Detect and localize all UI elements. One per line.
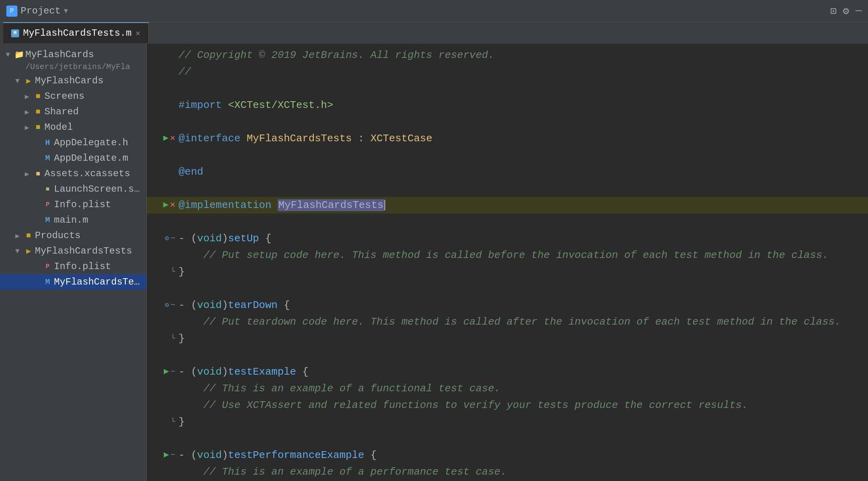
fold-teardown[interactable]: − xyxy=(171,297,175,314)
fold-end-testexample[interactable]: └ xyxy=(171,414,175,430)
code-line-testexample-c2: // Use XCTAssert and related functions t… xyxy=(147,397,868,414)
folder-icon: ■ xyxy=(32,123,44,132)
code-content-setup-comment: // Put setup code here. This method is c… xyxy=(179,247,860,264)
gutter-testexample: ▶ − xyxy=(147,364,179,380)
sidebar-item-shared[interactable]: ▶ ■ Shared xyxy=(0,104,146,119)
code-content-blank-7 xyxy=(179,347,860,364)
code-content-blank-6 xyxy=(179,280,860,297)
code-content-setup: - (void)setUp { xyxy=(179,230,860,247)
sidebar-label-myflashcardstests-m: MyFlashCardsTests.m xyxy=(54,277,143,287)
tab-bar: M MyFlashCardsTests.m ✕ xyxy=(0,22,868,44)
sidebar-item-myflashcardstests-m[interactable]: M MyFlashCardsTests.m xyxy=(0,274,146,290)
sidebar-label-info-plist-2: Info.plist xyxy=(54,261,143,272)
folder-icon: ■ xyxy=(32,107,44,116)
sidebar-item-model[interactable]: ▶ ■ Model xyxy=(0,119,146,135)
sidebar-item-project-root[interactable]: ▼ 📁 MyFlashCards xyxy=(0,47,146,62)
expand-arrow: ▼ xyxy=(13,247,22,255)
sidebar-item-myflashcards[interactable]: ▼ ▶ MyFlashCards xyxy=(0,73,146,89)
sidebar-label-model: Model xyxy=(44,122,143,133)
expand-arrow: ▶ xyxy=(22,123,32,132)
code-content-testexample-c1: // This is an example of a functional te… xyxy=(179,380,860,397)
code-content-blank-8 xyxy=(179,430,860,447)
tab-myflashcardstests[interactable]: M MyFlashCardsTests.m ✕ xyxy=(3,22,149,43)
tab-close-icon[interactable]: ✕ xyxy=(136,28,140,38)
code-line-teardown-close: └ } xyxy=(147,330,868,347)
project-name: Project xyxy=(21,6,61,16)
sidebar-item-products[interactable]: ▶ ■ Products xyxy=(0,228,146,243)
run-x-button-impl[interactable]: ✕ xyxy=(170,197,175,214)
run-circle-setup[interactable]: ⊙ xyxy=(165,230,169,247)
code-line-setup-comment: // Put setup code here. This method is c… xyxy=(147,247,868,264)
editor[interactable]: // Copyright © 2019 JetBrains. All right… xyxy=(147,44,868,481)
run-button-interface[interactable]: ▶ xyxy=(163,130,169,147)
sidebar-item-launchscreen[interactable]: ■ LaunchScreen.storyboard xyxy=(0,181,146,197)
code-content-import: #import <XCTest/XCTest.h> xyxy=(179,97,860,114)
fold-end-teardown[interactable]: └ xyxy=(171,330,175,347)
tests-folder-icon: ▶ xyxy=(22,246,35,256)
project-folder-icon: 📁 xyxy=(13,50,25,60)
code-area: // Copyright © 2019 JetBrains. All right… xyxy=(147,44,868,481)
settings-icon[interactable]: ⚙ xyxy=(843,5,849,17)
code-line-setup-close: └ } xyxy=(147,264,868,280)
code-line-testexample-close: └ } xyxy=(147,414,868,430)
xcassets-icon: ■ xyxy=(32,170,44,178)
minimize-icon[interactable]: — xyxy=(855,5,862,17)
fold-testperf[interactable]: − xyxy=(171,447,175,464)
code-line-blank-8 xyxy=(147,430,868,447)
run-btn-testexample[interactable]: ▶ xyxy=(164,364,169,380)
layout-icon[interactable]: ⊡ xyxy=(830,5,837,17)
code-content-teardown-close: } xyxy=(179,330,860,347)
sidebar-label-myflashcardstests: MyFlashCardsTests xyxy=(35,246,143,256)
code-content-teardown: - (void)tearDown { xyxy=(179,297,860,314)
code-content-2: // xyxy=(179,63,860,80)
sidebar-label-myflashcards: MyFlashCards xyxy=(35,75,143,86)
sidebar-item-myflashcardstests-folder[interactable]: ▼ ▶ MyFlashCardsTests xyxy=(0,243,146,259)
code-line-testexample: ▶ − - (void)testExample { xyxy=(147,364,868,380)
gutter-setup-close: └ xyxy=(147,264,179,280)
code-line-import: #import <XCTest/XCTest.h> xyxy=(147,97,868,114)
sidebar-label-screens: Screens xyxy=(44,91,143,102)
code-content-impl: @implementation MyFlashCardsTests xyxy=(179,197,860,214)
sidebar-item-info-plist-2[interactable]: P Info.plist xyxy=(0,259,146,274)
gutter-impl: ▶ ✕ xyxy=(147,197,179,214)
sidebar-label-info-plist: Info.plist xyxy=(54,199,143,210)
file-type-icon: M xyxy=(11,29,19,37)
fold-end-setup[interactable]: └ xyxy=(171,264,175,280)
products-folder-icon: ■ xyxy=(22,231,35,240)
fold-testexample[interactable]: − xyxy=(171,364,175,380)
gutter-teardown: ⊙ − xyxy=(147,297,179,314)
project-path: /Users/jetbrains/MyFla xyxy=(0,62,146,73)
code-line-testperf: ▶ − - (void)testPerformanceExample { xyxy=(147,447,868,464)
run-x-button-interface[interactable]: ✕ xyxy=(170,130,175,147)
folder-icon: ■ xyxy=(32,92,44,101)
run-btn-testperf[interactable]: ▶ xyxy=(164,447,169,464)
fold-setup[interactable]: − xyxy=(171,230,175,247)
sidebar-item-main-m[interactable]: M main.m xyxy=(0,212,146,228)
code-content-testperf-c1: // This is an example of a performance t… xyxy=(179,464,860,480)
run-button-impl[interactable]: ▶ xyxy=(163,197,169,214)
project-root-label: MyFlashCards xyxy=(25,49,143,60)
sidebar-item-assets[interactable]: ▶ ■ Assets.xcassets xyxy=(0,166,146,181)
sidebar-item-info-plist[interactable]: P Info.plist xyxy=(0,197,146,212)
sidebar-item-screens[interactable]: ▶ ■ Screens xyxy=(0,89,146,104)
code-line-implementation: ▶ ✕ @implementation MyFlashCardsTests xyxy=(147,197,868,214)
project-label[interactable]: P Project ▼ xyxy=(6,6,68,17)
expand-arrow: ▶ xyxy=(13,231,22,240)
code-line-1: // Copyright © 2019 JetBrains. All right… xyxy=(147,47,868,63)
sidebar-label-launchscreen: LaunchScreen.storyboard xyxy=(54,184,143,194)
gutter-testperf: ▶ − xyxy=(147,447,179,464)
run-circle-teardown[interactable]: ⊙ xyxy=(165,297,169,314)
sidebar-item-appdelegate-m[interactable]: M AppDelegate.m xyxy=(0,150,146,166)
code-content-testexample-c2: // Use XCTAssert and related functions t… xyxy=(179,397,860,414)
dropdown-icon[interactable]: ▼ xyxy=(64,7,68,15)
gutter-testexample-close: └ xyxy=(147,414,179,430)
code-line-blank-1 xyxy=(147,80,868,97)
code-content-blank-1 xyxy=(179,80,860,97)
code-line-setup: ⊙ − - (void)setUp { xyxy=(147,230,868,247)
code-content-testexample: - (void)testExample { xyxy=(179,364,860,380)
code-content-testexample-close: } xyxy=(179,414,860,430)
plist-icon-2: P xyxy=(41,263,54,270)
sidebar-item-appdelegate-h[interactable]: H AppDelegate.h xyxy=(0,135,146,150)
sidebar-label-products: Products xyxy=(35,230,143,241)
expand-arrow: ▶ xyxy=(22,108,32,116)
